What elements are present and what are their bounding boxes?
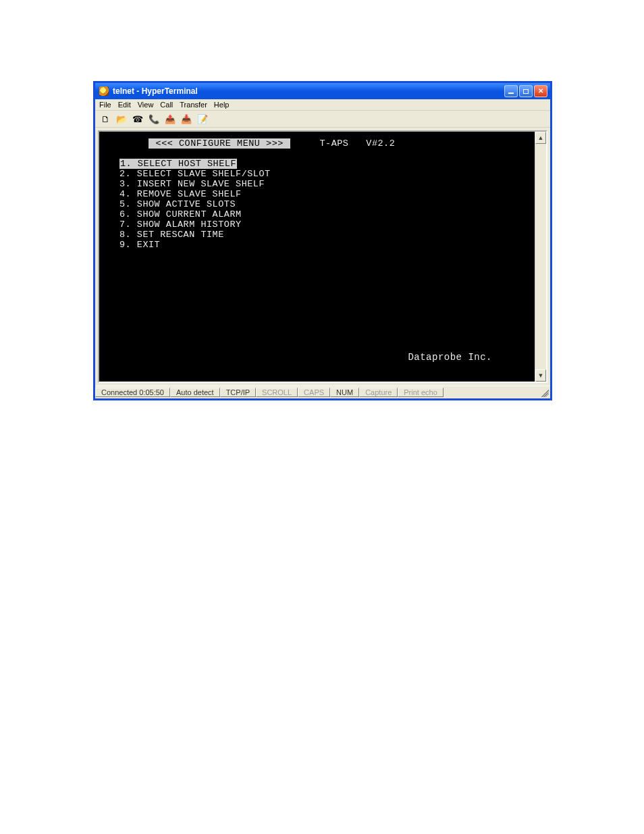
properties-icon[interactable]: 📝 bbox=[196, 113, 209, 125]
disconnect-icon[interactable]: 📞 bbox=[148, 113, 160, 125]
menu-file[interactable]: File bbox=[99, 101, 111, 109]
open-file-icon[interactable]: 📂 bbox=[115, 113, 128, 125]
status-scroll: SCROLL bbox=[256, 388, 298, 397]
company-label: Dataprobe Inc. bbox=[408, 352, 492, 363]
app-window: telnet - HyperTerminal File Edit View Ca… bbox=[93, 81, 552, 400]
menu-item-6[interactable]: 6. SHOW CURRENT ALARM bbox=[119, 209, 242, 219]
version-label: T-APS V#2.2 bbox=[319, 138, 395, 149]
new-file-icon[interactable]: 🗋 bbox=[99, 113, 111, 125]
status-protocol: TCP/IP bbox=[220, 388, 256, 397]
statusbar: Connected 0:05:50 Auto detect TCP/IP SCR… bbox=[95, 386, 550, 398]
maximize-button[interactable] bbox=[519, 85, 533, 97]
menu-transfer[interactable]: Transfer bbox=[180, 101, 207, 109]
close-button[interactable] bbox=[534, 85, 547, 97]
configure-menu-title: <<< CONFIGURE MENU >>> bbox=[149, 138, 290, 149]
app-icon bbox=[99, 86, 109, 96]
scroll-track[interactable] bbox=[535, 144, 546, 369]
terminal-frame: <<< CONFIGURE MENU >>> T-APS V#2.2 1. SE… bbox=[98, 130, 547, 383]
titlebar[interactable]: telnet - HyperTerminal bbox=[95, 83, 550, 99]
menu-item-7[interactable]: 7. SHOW ALARM HISTORY bbox=[119, 219, 242, 230]
status-capture: Capture bbox=[359, 388, 398, 397]
scroll-up-icon[interactable]: ▲ bbox=[535, 132, 546, 144]
status-num: NUM bbox=[330, 388, 359, 397]
menubar: File Edit View Call Transfer Help bbox=[95, 99, 550, 111]
menu-item-4[interactable]: 4. REMOVE SLAVE SHELF bbox=[119, 189, 242, 199]
vertical-scrollbar[interactable]: ▲ ▼ bbox=[535, 132, 546, 382]
status-printecho: Print echo bbox=[398, 388, 444, 397]
menu-item-2[interactable]: 2. SELECT SLAVE SHELF/SLOT bbox=[119, 169, 271, 179]
menu-item-9[interactable]: 9. EXIT bbox=[119, 240, 160, 250]
client-area: <<< CONFIGURE MENU >>> T-APS V#2.2 1. SE… bbox=[95, 128, 550, 386]
connect-icon[interactable]: ☎ bbox=[132, 113, 144, 125]
resize-grip-icon[interactable] bbox=[539, 388, 549, 397]
send-icon[interactable]: 📤 bbox=[164, 113, 176, 125]
menu-item-1[interactable]: 1. SELECT HOST SHELF bbox=[119, 159, 237, 169]
status-caps: CAPS bbox=[298, 388, 330, 397]
menu-call[interactable]: Call bbox=[160, 101, 173, 109]
status-autodetect: Auto detect bbox=[170, 388, 220, 397]
scroll-down-icon[interactable]: ▼ bbox=[535, 369, 546, 382]
window-controls bbox=[504, 85, 547, 97]
menu-edit[interactable]: Edit bbox=[118, 101, 131, 109]
toolbar: 🗋 📂 ☎ 📞 📤 📥 📝 bbox=[95, 111, 550, 128]
menu-help[interactable]: Help bbox=[214, 101, 230, 109]
receive-icon[interactable]: 📥 bbox=[180, 113, 192, 125]
status-connected: Connected 0:05:50 bbox=[95, 388, 170, 397]
terminal-content[interactable]: <<< CONFIGURE MENU >>> T-APS V#2.2 1. SE… bbox=[99, 132, 546, 250]
window-title: telnet - HyperTerminal bbox=[113, 86, 198, 96]
menu-item-3[interactable]: 3. INSERT NEW SLAVE SHELF bbox=[119, 179, 265, 189]
menu-item-8[interactable]: 8. SET RESCAN TIME bbox=[119, 230, 224, 240]
menu-item-5[interactable]: 5. SHOW ACTIVE SLOTS bbox=[119, 199, 236, 209]
minimize-button[interactable] bbox=[504, 85, 518, 97]
menu-view[interactable]: View bbox=[138, 101, 154, 109]
